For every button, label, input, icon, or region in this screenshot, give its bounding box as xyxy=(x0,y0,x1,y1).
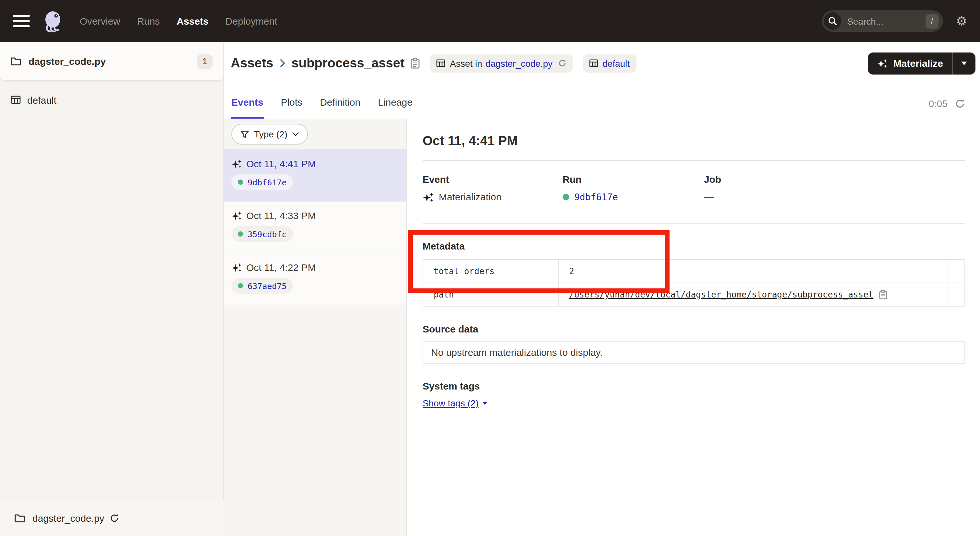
reload-location-icon[interactable] xyxy=(558,59,566,67)
group-label: default xyxy=(27,94,56,105)
nav-assets[interactable]: Assets xyxy=(177,16,208,27)
run-tag[interactable]: 637aed75 xyxy=(231,278,293,294)
run-tag[interactable]: 359cdbfc xyxy=(231,226,293,242)
event-list-item[interactable]: Oct 11, 4:22 PM 637aed75 xyxy=(224,253,406,305)
materialize-button[interactable]: Materialize xyxy=(868,58,952,69)
metadata-path-link[interactable]: /Users/yuhan/dev/local/dagster_home/stor… xyxy=(569,290,873,299)
group-link[interactable]: default xyxy=(603,58,630,68)
table-row: path /Users/yuhan/dev/local/dagster_home… xyxy=(423,283,965,306)
main-panel: Assets subprocess_asset Asset in dagster… xyxy=(224,42,980,536)
asset-count-badge: 1 xyxy=(197,54,213,69)
asset-location-badge: Asset in dagster_code.py xyxy=(430,54,573,72)
footer-code-location-label: dagster_code.py xyxy=(32,513,104,524)
dagster-asset-page: Overview Runs Assets Deployment Search..… xyxy=(0,0,980,536)
tab-lineage[interactable]: Lineage xyxy=(377,97,413,119)
show-tags-label: Show tags (2) xyxy=(423,398,479,408)
event-detail-title: Oct 11, 4:41 PM xyxy=(423,133,965,148)
refresh-countdown: 0:05 xyxy=(929,98,948,109)
run-tag[interactable]: 9dbf617e xyxy=(231,174,293,190)
table-row: total_orders 2 xyxy=(423,259,965,283)
filter-funnel-icon xyxy=(240,130,249,138)
materialize-label: Materialize xyxy=(894,58,943,69)
search-shortcut-key: / xyxy=(926,14,939,28)
page-title: subprocess_asset xyxy=(291,56,404,71)
materialization-sparkle-icon xyxy=(423,191,434,202)
primary-nav: Overview Runs Assets Deployment xyxy=(80,16,277,27)
tab-definition[interactable]: Definition xyxy=(319,97,361,119)
asset-group-icon xyxy=(589,59,598,67)
events-content: Type (2) Oct 11, 4:41 PM xyxy=(224,119,980,536)
system-tags-section-title: System tags xyxy=(423,381,965,391)
reload-icon[interactable] xyxy=(110,513,119,523)
dagster-logo-icon[interactable] xyxy=(41,10,64,33)
event-timestamp: Oct 11, 4:33 PM xyxy=(246,210,316,221)
chevron-right-icon xyxy=(280,59,285,67)
event-list-panel: Type (2) Oct 11, 4:41 PM xyxy=(224,119,407,536)
metadata-empty-cell xyxy=(948,259,965,283)
metadata-table: total_orders 2 path /Users/yuhan/dev/loc… xyxy=(423,259,965,307)
event-list-item[interactable]: Oct 11, 4:41 PM 9dbf617e xyxy=(224,150,406,202)
search-input[interactable]: Search... / xyxy=(822,10,943,32)
breadcrumb: Assets subprocess_asset xyxy=(231,56,420,71)
event-list-item[interactable]: Oct 11, 4:33 PM 359cdbfc xyxy=(224,202,406,253)
nav-deployment[interactable]: Deployment xyxy=(226,16,277,27)
metadata-key: total_orders xyxy=(423,259,558,283)
job-column-label: Job xyxy=(704,174,965,185)
nav-runs[interactable]: Runs xyxy=(137,16,160,27)
materialize-split-button: Materialize xyxy=(868,52,975,74)
folder-icon xyxy=(14,513,25,523)
divider xyxy=(423,160,965,161)
run-column-label: Run xyxy=(563,174,704,185)
run-id-link[interactable]: 9dbf617e xyxy=(574,191,618,204)
metadata-key: path xyxy=(423,283,558,306)
sparkle-icon xyxy=(877,58,888,68)
breadcrumb-assets-link[interactable]: Assets xyxy=(231,56,273,71)
type-filter-button[interactable]: Type (2) xyxy=(231,124,308,145)
event-column-label: Event xyxy=(423,174,563,185)
copy-path-icon[interactable] xyxy=(878,290,887,299)
metadata-value: 2 xyxy=(558,259,948,283)
divider xyxy=(423,223,965,224)
job-value: — xyxy=(704,191,714,204)
code-location-icon xyxy=(436,59,445,67)
metadata-section-title: Metadata xyxy=(423,241,965,251)
gear-icon[interactable]: ⚙ xyxy=(956,15,967,27)
type-filter-label: Type (2) xyxy=(254,129,288,139)
asset-tabs: Events Plots Definition Lineage 0:05 xyxy=(224,84,980,119)
run-success-dot xyxy=(238,180,243,185)
refresh-icon[interactable] xyxy=(955,98,965,108)
tab-events[interactable]: Events xyxy=(231,97,264,119)
materialization-sparkle-icon xyxy=(231,262,242,272)
search-placeholder: Search... xyxy=(847,16,926,26)
top-nav: Overview Runs Assets Deployment Search..… xyxy=(0,0,980,42)
chevron-down-icon xyxy=(293,132,299,136)
source-data-section-title: Source data xyxy=(423,324,965,334)
tab-plots[interactable]: Plots xyxy=(280,97,303,119)
materialize-dropdown-button[interactable] xyxy=(953,61,975,65)
caret-down-icon xyxy=(482,401,488,405)
event-type-value: Materialization xyxy=(439,191,501,204)
show-tags-toggle[interactable]: Show tags (2) xyxy=(423,398,488,408)
event-summary-columns: Event Materialization Run 9dbf617e xyxy=(423,174,965,204)
event-detail-panel: Oct 11, 4:41 PM Event Materialization xyxy=(407,119,980,536)
copy-asset-name-icon[interactable] xyxy=(410,58,420,69)
sidebar: dagster_code.py 1 default dagster_code.p… xyxy=(0,42,224,536)
run-success-dot xyxy=(238,231,243,237)
folder-icon xyxy=(10,56,21,66)
run-success-dot xyxy=(563,194,569,200)
event-filter-bar: Type (2) xyxy=(224,119,406,150)
metadata-empty-cell xyxy=(948,283,965,306)
hamburger-menu-icon[interactable] xyxy=(13,15,30,27)
code-location-link[interactable]: dagster_code.py xyxy=(485,58,552,68)
top-nav-right: Search... / ⚙ xyxy=(822,10,967,32)
event-timestamp: Oct 11, 4:41 PM xyxy=(246,158,316,169)
sidebar-item-group-default[interactable]: default xyxy=(0,89,223,110)
sidebar-item-code-location[interactable]: dagster_code.py 1 xyxy=(0,42,223,81)
nav-overview[interactable]: Overview xyxy=(80,16,120,27)
asset-group-icon xyxy=(11,95,21,104)
materialization-sparkle-icon xyxy=(231,159,242,169)
search-icon xyxy=(824,12,841,30)
code-location-label: dagster_code.py xyxy=(29,56,106,67)
run-success-dot xyxy=(238,283,243,288)
sidebar-footer: dagster_code.py xyxy=(0,500,224,536)
